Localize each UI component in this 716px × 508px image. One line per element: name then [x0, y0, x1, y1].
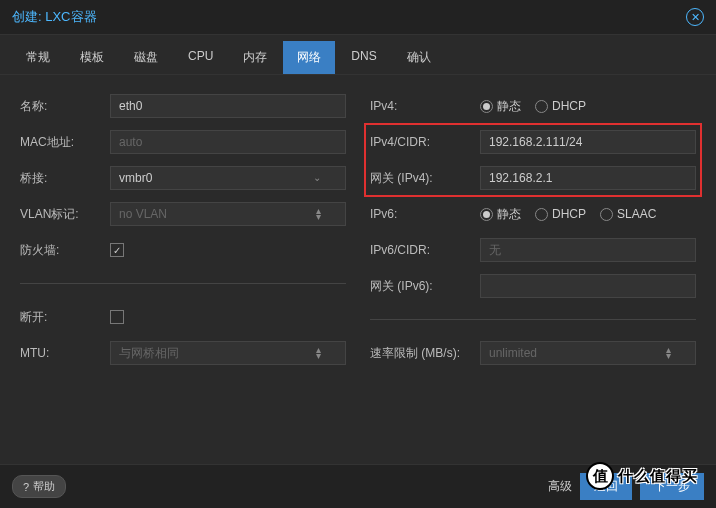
mtu-label: MTU: [20, 346, 110, 360]
tabs: 常规模板磁盘CPU内存网络DNS确认 [0, 35, 716, 75]
mtu-value: 与网桥相同 [119, 345, 179, 362]
ipv4-static-radio[interactable]: 静态 [480, 98, 521, 115]
ipv6cidr-label: IPv6/CIDR: [370, 243, 480, 257]
ipv4cidr-input[interactable] [480, 130, 696, 154]
ipv6-label: IPv6: [370, 207, 480, 221]
advanced-toggle[interactable]: 高级 [548, 478, 572, 495]
rate-select[interactable]: unlimited ▴▾ [480, 341, 696, 365]
bridge-label: 桥接: [20, 170, 110, 187]
ipv4-dhcp-label: DHCP [552, 99, 586, 113]
disconnect-checkbox[interactable] [110, 310, 124, 324]
chevron-updown-icon: ▴▾ [316, 208, 321, 220]
help-icon: ? [23, 481, 29, 493]
watermark-text: 什么值得买 [618, 467, 698, 486]
rate-value: unlimited [489, 346, 537, 360]
chevron-updown-icon: ▴▾ [666, 347, 671, 359]
chevron-down-icon: ⌄ [313, 175, 321, 181]
firewall-checkbox[interactable]: ✓ [110, 243, 124, 257]
tab-7[interactable]: 确认 [393, 41, 445, 74]
name-input[interactable] [110, 94, 346, 118]
ipv6-static-radio[interactable]: 静态 [480, 206, 521, 223]
bridge-value: vmbr0 [119, 171, 152, 185]
ipv6-dhcp-radio[interactable]: DHCP [535, 207, 586, 221]
ipv6-slaac-label: SLAAC [617, 207, 656, 221]
ipv6-slaac-radio[interactable]: SLAAC [600, 207, 656, 221]
tab-4[interactable]: 内存 [229, 41, 281, 74]
mtu-select[interactable]: 与网桥相同 ▴▾ [110, 341, 346, 365]
help-label: 帮助 [33, 479, 55, 494]
disconnect-label: 断开: [20, 309, 110, 326]
gw6-label: 网关 (IPv6): [370, 278, 480, 295]
firewall-label: 防火墙: [20, 242, 110, 259]
gw4-input[interactable] [480, 166, 696, 190]
ipv4-dhcp-radio[interactable]: DHCP [535, 99, 586, 113]
gw4-label: 网关 (IPv4): [370, 170, 480, 187]
ipv6-static-label: 静态 [497, 206, 521, 223]
mac-input[interactable] [110, 130, 346, 154]
gw6-input[interactable] [480, 274, 696, 298]
vlan-select[interactable]: no VLAN ▴▾ [110, 202, 346, 226]
ipv4-label: IPv4: [370, 99, 480, 113]
tab-3[interactable]: CPU [174, 41, 227, 74]
dialog-title: 创建: LXC容器 [12, 8, 97, 26]
ipv4-static-label: 静态 [497, 98, 521, 115]
help-button[interactable]: ?帮助 [12, 475, 66, 498]
tab-5[interactable]: 网络 [283, 41, 335, 74]
vlan-value: no VLAN [119, 207, 167, 221]
close-icon[interactable]: ✕ [686, 8, 704, 26]
tab-0[interactable]: 常规 [12, 41, 64, 74]
ipv6-dhcp-label: DHCP [552, 207, 586, 221]
bridge-select[interactable]: vmbr0 ⌄ [110, 166, 346, 190]
chevron-updown-icon: ▴▾ [316, 347, 321, 359]
name-label: 名称: [20, 98, 110, 115]
rate-label: 速率限制 (MB/s): [370, 345, 480, 362]
ipv6cidr-input[interactable] [480, 238, 696, 262]
vlan-label: VLAN标记: [20, 206, 110, 223]
watermark: 值 什么值得买 [586, 462, 698, 490]
tab-6[interactable]: DNS [337, 41, 390, 74]
ipv4cidr-label: IPv4/CIDR: [370, 135, 480, 149]
mac-label: MAC地址: [20, 134, 110, 151]
tab-2[interactable]: 磁盘 [120, 41, 172, 74]
watermark-icon: 值 [586, 462, 614, 490]
tab-1[interactable]: 模板 [66, 41, 118, 74]
